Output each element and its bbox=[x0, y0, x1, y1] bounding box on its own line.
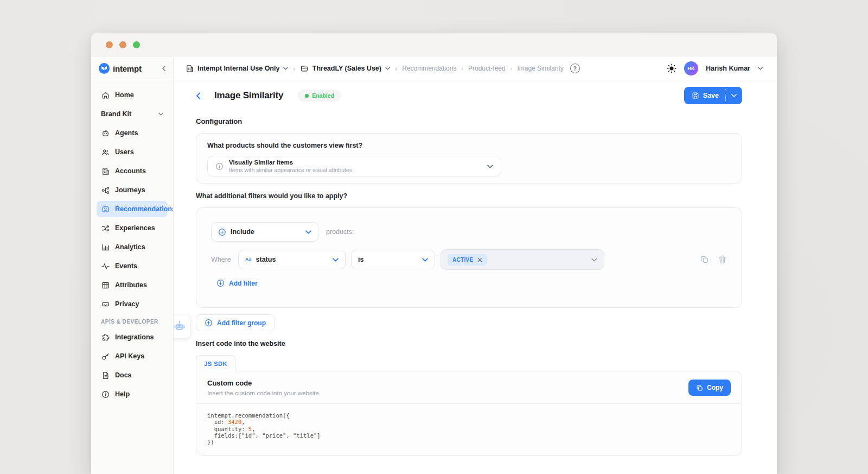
add-filter-button[interactable]: Add filter bbox=[216, 279, 258, 287]
user-avatar[interactable]: HK bbox=[684, 61, 698, 75]
window-titlebar bbox=[91, 33, 777, 57]
breadcrumb-image-similarity: Image Similarity bbox=[517, 65, 563, 72]
breadcrumb-product-feed[interactable]: Product-feed bbox=[468, 65, 506, 72]
assistant-robot-icon bbox=[174, 320, 186, 333]
chevron-right-icon: › bbox=[461, 66, 463, 72]
building-icon bbox=[186, 65, 194, 73]
duplicate-filter-button[interactable] bbox=[700, 255, 710, 264]
page-title: Image Similarity bbox=[214, 90, 283, 101]
custom-code-subtitle: Insert the custom code into your website… bbox=[207, 390, 321, 396]
sidebar-item-experiences[interactable]: Experiences bbox=[97, 220, 168, 236]
help-icon[interactable]: ? bbox=[570, 64, 580, 73]
filter-group-card: Include products: Where Aa status bbox=[196, 207, 742, 308]
add-filter-group-label: Add filter group bbox=[217, 319, 266, 327]
question-view-first: What products should the customers view … bbox=[207, 142, 731, 149]
value-tag-label: ACTIVE bbox=[452, 257, 473, 263]
save-button[interactable]: Save bbox=[684, 87, 725, 104]
document-icon bbox=[101, 371, 110, 380]
include-exclude-select[interactable]: Include bbox=[211, 222, 318, 242]
chevron-down-icon bbox=[283, 67, 288, 70]
sidebar-item-label: Agents bbox=[115, 129, 138, 137]
sidebar-collapse-button[interactable] bbox=[162, 66, 166, 71]
tab-js-sdk[interactable]: JS SDK bbox=[196, 355, 235, 371]
chevron-down-icon bbox=[333, 258, 339, 262]
intempt-logo-icon bbox=[99, 63, 110, 74]
save-floppy-icon bbox=[692, 92, 699, 99]
building-icon bbox=[101, 167, 110, 176]
user-name: Harish Kumar bbox=[706, 65, 750, 72]
recommendations-icon bbox=[101, 205, 110, 214]
filter-field-select[interactable]: Aa status bbox=[238, 250, 346, 269]
org-name: Intempt Internal Use Only bbox=[197, 65, 279, 72]
window-control-3[interactable] bbox=[133, 41, 140, 48]
chevron-right-icon: › bbox=[395, 65, 397, 72]
sidebar-item-integrations[interactable]: Integrations bbox=[97, 329, 168, 345]
sidebar-item-recommendations[interactable]: Recommendations bbox=[97, 201, 168, 217]
sidebar-item-docs[interactable]: Docs bbox=[97, 367, 168, 383]
duplicate-icon bbox=[700, 255, 710, 264]
where-label: Where bbox=[211, 256, 233, 263]
sidebar-section-apis-developer: APIS & DEVELOPER bbox=[97, 315, 168, 329]
filter-operator-value: is bbox=[358, 256, 363, 263]
insert-code-heading: Insert code into the website bbox=[196, 340, 742, 347]
sidebar-item-label: Brand Kit bbox=[101, 110, 131, 118]
project-switcher[interactable]: ThreadLY (Sales Use) bbox=[301, 65, 390, 73]
filter-operator-select[interactable]: is bbox=[351, 250, 435, 269]
copy-label: Copy bbox=[707, 384, 723, 391]
sidebar-item-events[interactable]: Events bbox=[97, 258, 168, 274]
save-label: Save bbox=[703, 92, 719, 99]
chevron-down-icon bbox=[731, 94, 737, 97]
add-filter-group-button[interactable]: Add filter group bbox=[196, 314, 275, 331]
journeys-flow-icon bbox=[101, 186, 110, 195]
info-circle-icon bbox=[215, 162, 224, 170]
code-block[interactable]: intempt.recommendation({ id: 3420, quant… bbox=[196, 403, 742, 455]
sidebar-item-journeys[interactable]: Journeys bbox=[97, 182, 168, 198]
plus-circle-icon bbox=[216, 279, 225, 287]
sidebar-item-accounts[interactable]: Accounts bbox=[97, 163, 168, 179]
sidebar-item-agents[interactable]: Agents bbox=[97, 125, 168, 141]
chevron-down-icon bbox=[385, 67, 390, 70]
sidebar-item-help[interactable]: Help bbox=[97, 386, 168, 402]
custom-code-card: Custom code Insert the custom code into … bbox=[196, 371, 742, 456]
add-filter-label: Add filter bbox=[229, 280, 258, 287]
sidebar-item-api-keys[interactable]: API Keys bbox=[97, 348, 168, 364]
sidebar-item-label: Analytics bbox=[115, 243, 145, 251]
table-icon bbox=[101, 281, 110, 290]
sidebar-item-privacy[interactable]: Privacy bbox=[97, 296, 168, 312]
plus-circle-icon bbox=[218, 228, 226, 236]
info-circle-icon bbox=[101, 390, 110, 399]
save-options-button[interactable] bbox=[726, 87, 742, 104]
sidebar-item-analytics[interactable]: Analytics bbox=[97, 239, 168, 255]
window-control-2[interactable] bbox=[119, 41, 126, 48]
sidebar-item-brand-kit[interactable]: Brand Kit bbox=[97, 106, 168, 122]
chevron-down-icon bbox=[591, 258, 597, 262]
chevron-down-icon[interactable] bbox=[758, 67, 763, 70]
status-badge: Enabled bbox=[298, 90, 341, 102]
back-button[interactable] bbox=[196, 92, 214, 99]
sidebar-item-attributes[interactable]: Attributes bbox=[97, 277, 168, 293]
assistant-fab[interactable] bbox=[174, 314, 191, 339]
custom-code-title: Custom code bbox=[207, 379, 321, 387]
breadcrumb-recommendations[interactable]: Recommendations bbox=[402, 65, 456, 72]
home-icon bbox=[101, 91, 110, 100]
window-control-1[interactable] bbox=[106, 41, 113, 48]
selected-option-subtitle: Items with similar appearance or visual … bbox=[229, 167, 352, 173]
puzzle-icon bbox=[101, 333, 110, 342]
sidebar-item-label: Home bbox=[115, 91, 134, 99]
sidebar-item-label: Events bbox=[115, 262, 137, 270]
sidebar-item-home[interactable]: Home bbox=[97, 87, 168, 103]
delete-filter-button[interactable] bbox=[718, 255, 727, 264]
org-switcher[interactable]: Intempt Internal Use Only bbox=[186, 65, 288, 73]
value-tag: ACTIVE bbox=[448, 254, 487, 266]
filter-value-multiselect[interactable]: ACTIVE bbox=[441, 249, 604, 270]
app-window: intempt Intempt Internal Use Only bbox=[91, 33, 777, 474]
theme-toggle-sun-icon[interactable] bbox=[667, 64, 676, 73]
configuration-card: What products should the customers view … bbox=[196, 133, 742, 184]
configuration-heading: Configuration bbox=[196, 117, 742, 125]
recommendation-type-select[interactable]: Visually Similar Items Items with simila… bbox=[207, 156, 501, 176]
remove-tag-icon[interactable] bbox=[477, 257, 482, 262]
sidebar-item-label: Users bbox=[115, 148, 134, 156]
copy-button[interactable]: Copy bbox=[688, 380, 731, 396]
selected-option-title: Visually Similar Items bbox=[229, 160, 352, 166]
sidebar-item-users[interactable]: Users bbox=[97, 144, 168, 160]
